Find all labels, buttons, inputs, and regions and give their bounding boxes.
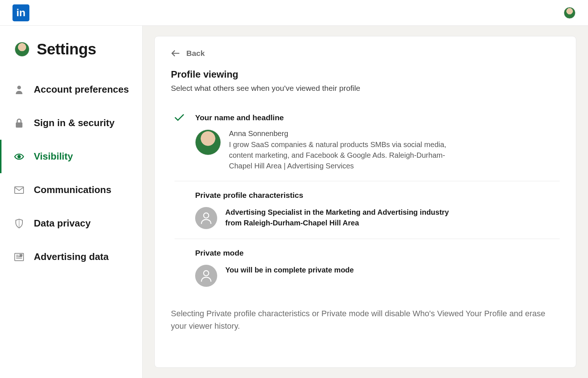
svg-point-2 xyxy=(18,155,21,158)
option-description: Advertising Specialist in the Marketing … xyxy=(225,207,460,228)
svg-point-0 xyxy=(17,86,21,89)
settings-title: Settings xyxy=(37,40,96,58)
sidebar-item-communications[interactable]: Communications xyxy=(0,173,142,207)
sidebar: Settings Account preferences Sign in & s… xyxy=(0,26,143,378)
svg-point-11 xyxy=(204,271,209,276)
lock-icon xyxy=(14,118,24,128)
content-area: Settings Account preferences Sign in & s… xyxy=(0,26,588,378)
back-button[interactable]: Back xyxy=(171,49,560,58)
person-icon xyxy=(14,85,24,95)
sidebar-item-label: Data privacy xyxy=(34,218,91,229)
sidebar-item-label: Account preferences xyxy=(34,84,129,95)
back-label: Back xyxy=(186,49,205,58)
option-description: You will be in complete private mode xyxy=(225,265,354,275)
silhouette-icon xyxy=(195,207,217,229)
option-body: Private mode You will be in complete pri… xyxy=(195,249,560,287)
arrow-left-icon xyxy=(171,50,180,57)
sidebar-item-advertising-data[interactable]: Advertising data xyxy=(0,240,142,274)
option-private-mode[interactable]: Private mode You will be in complete pri… xyxy=(175,239,560,296)
sidebar-item-account-preferences[interactable]: Account preferences xyxy=(0,73,142,106)
linkedin-logo[interactable]: in xyxy=(12,4,29,21)
sidebar-item-label: Advertising data xyxy=(34,251,109,263)
viewing-options: Your name and headline Anna Sonnenberg I… xyxy=(171,104,560,296)
silhouette-icon xyxy=(195,265,217,287)
option-your-name-headline[interactable]: Your name and headline Anna Sonnenberg I… xyxy=(175,104,560,181)
header-avatar[interactable] xyxy=(564,7,576,19)
eye-icon xyxy=(14,151,24,162)
svg-point-10 xyxy=(204,213,209,218)
linkedin-logo-text: in xyxy=(17,7,26,19)
option-body: Your name and headline Anna Sonnenberg I… xyxy=(195,113,560,171)
option-title: Private profile characteristics xyxy=(195,191,560,200)
sidebar-avatar[interactable] xyxy=(15,42,29,57)
page-subtitle: Select what others see when you've viewe… xyxy=(171,84,560,93)
settings-header: Settings xyxy=(0,40,142,73)
sidebar-item-label: Sign in & security xyxy=(34,117,115,129)
settings-panel: Back Profile viewing Select what others … xyxy=(154,36,576,368)
sidebar-item-visibility[interactable]: Visibility xyxy=(0,140,142,173)
profile-avatar xyxy=(195,129,221,155)
option-private-characteristics[interactable]: Private profile characteristics Advertis… xyxy=(175,181,560,239)
shield-icon xyxy=(14,218,24,229)
svg-rect-8 xyxy=(20,254,22,256)
option-check-empty xyxy=(175,249,186,249)
ad-newspaper-icon xyxy=(14,252,24,262)
option-check-empty xyxy=(175,191,186,192)
page-title: Profile viewing xyxy=(171,69,560,80)
profile-name: Anna Sonnenberg xyxy=(229,129,464,138)
privacy-note: Selecting Private profile characteristic… xyxy=(171,307,560,332)
main-area: Back Profile viewing Select what others … xyxy=(143,26,588,378)
mail-icon xyxy=(14,185,24,195)
svg-rect-1 xyxy=(16,122,22,128)
option-body: Private profile characteristics Advertis… xyxy=(195,191,560,229)
sidebar-item-sign-in-security[interactable]: Sign in & security xyxy=(0,106,142,140)
top-bar: in xyxy=(0,0,588,26)
option-title: Your name and headline xyxy=(195,113,560,122)
profile-headline: I grow SaaS companies & natural products… xyxy=(229,139,464,171)
sidebar-item-label: Communications xyxy=(34,184,111,196)
sidebar-item-label: Visibility xyxy=(34,151,73,162)
sidebar-item-data-privacy[interactable]: Data privacy xyxy=(0,207,142,240)
option-title: Private mode xyxy=(195,249,560,257)
check-icon xyxy=(175,113,186,121)
